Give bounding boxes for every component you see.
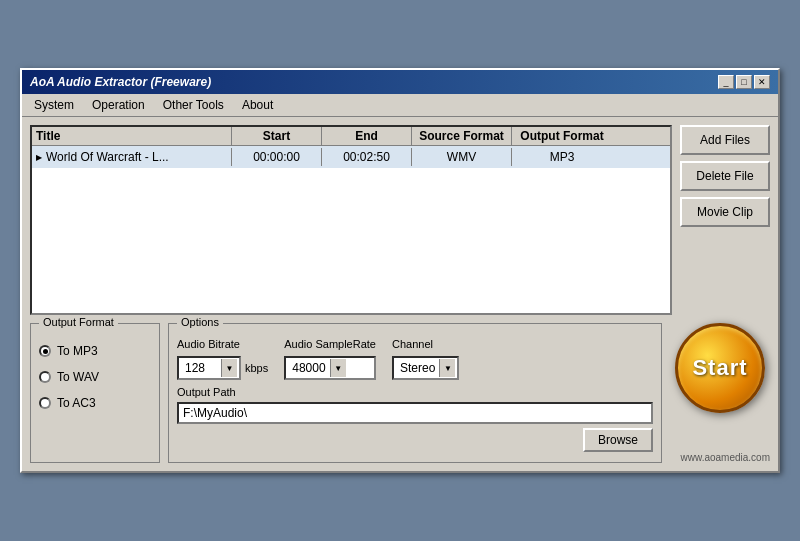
- samplerate-value: 48000: [288, 360, 329, 376]
- minimize-button[interactable]: _: [718, 75, 734, 89]
- col-end-header: End: [322, 127, 412, 145]
- file-end: 00:02:50: [322, 148, 412, 166]
- col-sfmt-header: Source Format: [412, 127, 512, 145]
- samplerate-col: Audio SampleRate 48000 ▼: [284, 338, 376, 380]
- file-start: 00:00:00: [232, 148, 322, 166]
- bitrate-col: Audio Bitrate 128 ▼ kbps: [177, 338, 268, 380]
- output-path-input[interactable]: [177, 402, 653, 424]
- delete-file-button[interactable]: Delete File: [680, 161, 770, 191]
- samplerate-label: Audio SampleRate: [284, 338, 376, 350]
- window-title: AoA Audio Extractor (Freeware): [30, 75, 211, 89]
- file-list-header: Title Start End Source Format Output For…: [32, 127, 670, 146]
- radio-wav-circle: [39, 371, 51, 383]
- browse-row: Browse: [177, 428, 653, 452]
- col-title-header: Title: [32, 127, 232, 145]
- output-path-section: Output Path Browse: [177, 386, 653, 452]
- col-start-header: Start: [232, 127, 322, 145]
- channel-col: Channel Stereo ▼: [392, 338, 459, 380]
- file-title: ▶ World Of Warcraft - L...: [32, 148, 232, 166]
- options-top-row: Audio Bitrate 128 ▼ kbps Audio SampleRat…: [177, 338, 653, 380]
- play-icon: ▶: [36, 153, 42, 162]
- file-area: Title Start End Source Format Output For…: [30, 125, 770, 323]
- options-label: Options: [177, 316, 223, 328]
- bitrate-arrow-icon[interactable]: ▼: [221, 359, 237, 377]
- channel-arrow-icon[interactable]: ▼: [439, 359, 455, 377]
- radio-mp3[interactable]: To MP3: [39, 338, 151, 364]
- menu-system[interactable]: System: [26, 96, 82, 114]
- main-window: AoA Audio Extractor (Freeware) _ □ ✕ Sys…: [20, 68, 780, 473]
- menu-about[interactable]: About: [234, 96, 281, 114]
- title-bar: AoA Audio Extractor (Freeware) _ □ ✕: [22, 70, 778, 94]
- radio-ac3[interactable]: To AC3: [39, 390, 151, 416]
- bitrate-wrap: 128 ▼ kbps: [177, 356, 268, 380]
- start-button-wrap: Start: [670, 323, 770, 413]
- menu-other-tools[interactable]: Other Tools: [155, 96, 232, 114]
- file-list[interactable]: Title Start End Source Format Output For…: [30, 125, 672, 315]
- close-button[interactable]: ✕: [754, 75, 770, 89]
- channel-dropdown[interactable]: Stereo ▼: [392, 356, 459, 380]
- radio-mp3-label: To MP3: [57, 344, 98, 358]
- samplerate-arrow-icon[interactable]: ▼: [330, 359, 346, 377]
- website-label: www.aoamedia.com: [670, 452, 770, 463]
- maximize-button[interactable]: □: [736, 75, 752, 89]
- side-buttons: Add Files Delete File Movie Clip: [680, 125, 770, 323]
- table-row[interactable]: ▶ World Of Warcraft - L... 00:00:00 00:0…: [32, 146, 670, 168]
- start-button[interactable]: Start: [675, 323, 765, 413]
- radio-mp3-dot: [43, 349, 48, 354]
- file-source-format: WMV: [412, 148, 512, 166]
- channel-value: Stereo: [396, 360, 439, 376]
- output-format-group: Output Format To MP3 To WAV To AC3: [30, 323, 160, 463]
- options-group: Options Audio Bitrate 128 ▼ kbps: [168, 323, 662, 463]
- title-controls: _ □ ✕: [718, 75, 770, 89]
- radio-ac3-label: To AC3: [57, 396, 96, 410]
- bottom-section: Output Format To MP3 To WAV To AC3: [30, 323, 770, 463]
- movie-clip-button[interactable]: Movie Clip: [680, 197, 770, 227]
- channel-label: Channel: [392, 338, 459, 350]
- bitrate-value: 128: [181, 360, 221, 376]
- radio-wav[interactable]: To WAV: [39, 364, 151, 390]
- add-files-button[interactable]: Add Files: [680, 125, 770, 155]
- output-format-label: Output Format: [39, 316, 118, 328]
- radio-ac3-circle: [39, 397, 51, 409]
- file-output-format: MP3: [512, 148, 612, 166]
- col-ofmt-header: Output Format: [512, 127, 612, 145]
- menu-bar: System Operation Other Tools About: [22, 94, 778, 117]
- bitrate-unit: kbps: [245, 362, 268, 374]
- browse-button[interactable]: Browse: [583, 428, 653, 452]
- radio-wav-label: To WAV: [57, 370, 99, 384]
- samplerate-dropdown[interactable]: 48000 ▼: [284, 356, 376, 380]
- output-path-label: Output Path: [177, 386, 653, 398]
- bitrate-label: Audio Bitrate: [177, 338, 268, 350]
- menu-operation[interactable]: Operation: [84, 96, 153, 114]
- radio-mp3-circle: [39, 345, 51, 357]
- file-list-wrap: Title Start End Source Format Output For…: [30, 125, 672, 323]
- bitrate-dropdown[interactable]: 128 ▼: [177, 356, 241, 380]
- content-area: Title Start End Source Format Output For…: [22, 117, 778, 471]
- start-section: Start www.aoamedia.com: [670, 323, 770, 463]
